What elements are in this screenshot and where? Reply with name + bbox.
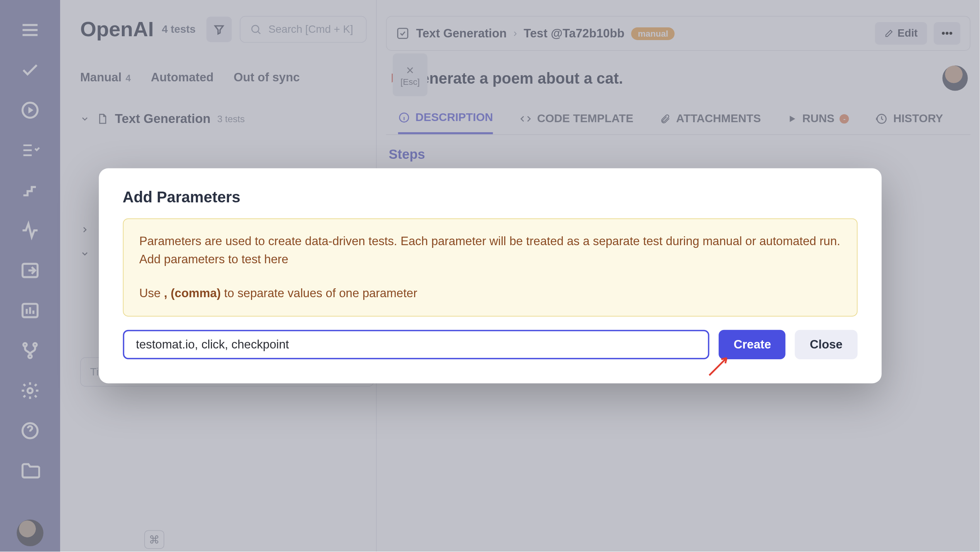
modal-overlay[interactable]: Add Parameters Parameters are used to cr… (0, 0, 980, 552)
close-button[interactable]: Close (795, 330, 857, 359)
modal-info: Parameters are used to create data-drive… (123, 218, 857, 316)
modal-title: Add Parameters (123, 188, 857, 207)
add-parameters-modal: Add Parameters Parameters are used to cr… (99, 168, 881, 384)
parameters-input[interactable] (123, 330, 710, 359)
create-button[interactable]: Create (719, 330, 786, 359)
